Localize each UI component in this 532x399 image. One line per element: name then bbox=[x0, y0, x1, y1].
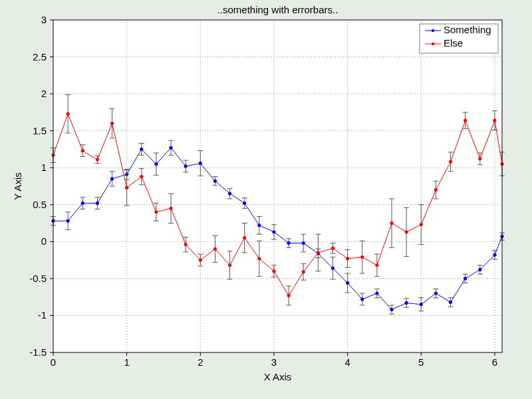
x-tick-label: 1 bbox=[124, 356, 129, 368]
svg-point-127 bbox=[287, 241, 290, 244]
x-tick-label: 2 bbox=[198, 356, 203, 368]
svg-point-255 bbox=[287, 294, 290, 297]
svg-point-265 bbox=[434, 188, 437, 191]
svg-point-141 bbox=[493, 253, 496, 256]
svg-point-135 bbox=[405, 301, 408, 304]
svg-point-119 bbox=[170, 146, 172, 149]
y-tick-label: 2 bbox=[41, 88, 47, 99]
svg-point-242 bbox=[96, 158, 98, 161]
x-tick-label: 6 bbox=[492, 356, 497, 368]
svg-point-114 bbox=[96, 201, 98, 204]
y-tick-label: -0.5 bbox=[29, 273, 47, 284]
svg-point-132 bbox=[361, 298, 364, 301]
x-tick-label: 4 bbox=[344, 356, 350, 368]
svg-point-244 bbox=[125, 186, 128, 189]
svg-point-269 bbox=[493, 119, 496, 122]
svg-point-248 bbox=[184, 243, 187, 246]
svg-point-293 bbox=[432, 43, 434, 45]
svg-point-243 bbox=[110, 122, 113, 124]
svg-point-115 bbox=[110, 178, 113, 180]
svg-point-123 bbox=[228, 192, 231, 195]
legend-entry: Something bbox=[444, 24, 491, 35]
legend-entry: Else bbox=[444, 37, 463, 49]
svg-point-245 bbox=[140, 175, 143, 178]
svg-point-118 bbox=[155, 162, 158, 165]
svg-point-139 bbox=[464, 277, 466, 280]
svg-point-251 bbox=[228, 264, 231, 267]
svg-point-133 bbox=[376, 292, 378, 295]
svg-point-268 bbox=[479, 158, 481, 160]
y-axis-label: Y Axis bbox=[12, 172, 23, 200]
svg-point-126 bbox=[273, 231, 275, 233]
svg-point-113 bbox=[81, 201, 84, 204]
svg-point-136 bbox=[420, 303, 422, 306]
y-tick-label: -1.5 bbox=[29, 346, 47, 358]
svg-point-250 bbox=[213, 247, 216, 250]
svg-point-267 bbox=[464, 119, 466, 122]
svg-point-249 bbox=[199, 259, 201, 261]
x-tick-label: 0 bbox=[51, 356, 56, 368]
svg-point-247 bbox=[170, 207, 172, 209]
y-tick-label: 1 bbox=[41, 162, 47, 173]
svg-point-246 bbox=[155, 211, 158, 213]
svg-point-254 bbox=[273, 270, 275, 273]
svg-point-241 bbox=[81, 149, 84, 152]
svg-point-266 bbox=[449, 160, 452, 163]
y-tick-label: -1 bbox=[38, 309, 47, 321]
svg-point-257 bbox=[317, 251, 319, 254]
svg-point-253 bbox=[258, 257, 261, 260]
chart-title: ..something with errorbars.. bbox=[217, 4, 338, 15]
svg-point-256 bbox=[302, 271, 305, 273]
svg-point-140 bbox=[479, 268, 481, 271]
svg-point-122 bbox=[213, 180, 216, 182]
y-tick-label: 0.5 bbox=[33, 199, 47, 210]
legend: SomethingElse bbox=[420, 24, 498, 53]
svg-point-128 bbox=[302, 241, 305, 244]
svg-point-262 bbox=[390, 221, 393, 224]
svg-point-260 bbox=[361, 255, 364, 258]
svg-point-261 bbox=[376, 264, 378, 267]
svg-point-124 bbox=[243, 201, 246, 204]
svg-point-130 bbox=[331, 267, 334, 269]
x-tick-label: 3 bbox=[271, 356, 277, 368]
y-tick-label: 0 bbox=[41, 235, 47, 247]
svg-point-112 bbox=[66, 219, 69, 222]
svg-point-259 bbox=[346, 257, 348, 260]
svg-rect-0 bbox=[53, 20, 502, 352]
svg-point-121 bbox=[199, 162, 201, 164]
svg-point-264 bbox=[420, 223, 422, 226]
svg-point-240 bbox=[66, 112, 69, 115]
svg-point-117 bbox=[140, 148, 143, 150]
x-axis-label: X Axis bbox=[264, 371, 292, 382]
y-tick-label: 1.5 bbox=[33, 125, 47, 136]
svg-point-258 bbox=[331, 247, 334, 249]
svg-point-252 bbox=[243, 237, 246, 239]
svg-point-137 bbox=[434, 292, 437, 295]
svg-point-138 bbox=[449, 301, 452, 303]
x-tick-label: 5 bbox=[418, 356, 424, 368]
svg-point-131 bbox=[346, 281, 348, 284]
y-tick-label: 2.5 bbox=[33, 51, 47, 63]
svg-point-134 bbox=[390, 308, 393, 311]
svg-point-263 bbox=[405, 231, 408, 233]
svg-point-120 bbox=[184, 165, 187, 168]
svg-point-291 bbox=[432, 29, 434, 32]
svg-point-125 bbox=[258, 224, 261, 227]
y-tick-label: 3 bbox=[41, 14, 47, 25]
